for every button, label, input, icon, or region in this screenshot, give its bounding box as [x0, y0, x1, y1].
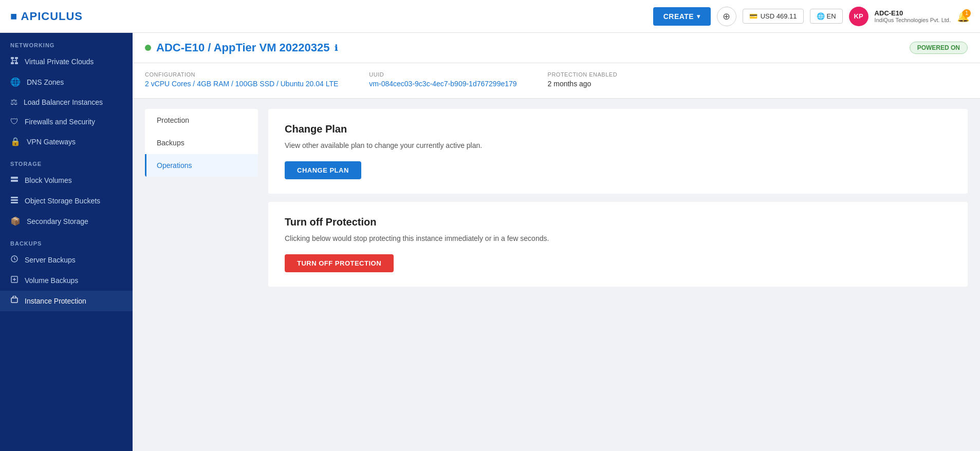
sidebar-item-vpn[interactable]: 🔒 VPN Gateways: [0, 131, 133, 152]
protection-meta: PROTECTION ENABLED 2 months ago: [548, 71, 618, 88]
notification-badge: 1: [963, 9, 971, 17]
change-plan-desc: View other available plan to change your…: [285, 140, 951, 151]
sidebar-item-fw-label: Firewalls and Security: [25, 118, 95, 126]
volume-backup-icon: [10, 275, 19, 286]
svg-rect-2: [11, 62, 14, 64]
header-actions: CREATE ▾ ⊕ 💳 USD 469.11 🌐 EN KP ADC-E10 …: [653, 7, 970, 26]
turn-off-title: Turn off Protection: [285, 216, 951, 228]
lang-label: EN: [827, 12, 836, 20]
meta-bar: CONFIGURATION 2 vCPU Cores / 4GB RAM / 1…: [133, 63, 980, 99]
change-plan-title: Change Plan: [285, 123, 951, 135]
svg-rect-8: [11, 180, 18, 182]
fw-icon: 🛡: [10, 117, 19, 126]
main-content: ADC-E10 / AppTier VM 20220325 ℹ POWERED …: [133, 33, 980, 451]
sidebar-item-vpn-label: VPN Gateways: [27, 138, 76, 146]
block-icon: [10, 175, 19, 185]
vpc-icon: [10, 57, 19, 67]
backups-section-label: BACKUPS: [0, 231, 133, 250]
storage-section-label: STORAGE: [0, 152, 133, 170]
left-nav: Protection Backups Operations: [145, 109, 258, 177]
svg-rect-7: [11, 177, 18, 179]
help-icon: ⊕: [723, 11, 730, 22]
uuid-value: vm-084cec03-9c3c-4ec7-b909-1d767299e179: [369, 80, 516, 88]
sidebar-item-instance-protection[interactable]: Instance Protection: [0, 291, 133, 311]
sidebar-item-block-label: Block Volumes: [25, 176, 72, 184]
config-meta: CONFIGURATION 2 vCPU Cores / 4GB RAM / 1…: [145, 71, 338, 88]
instance-protection-icon: [10, 296, 19, 306]
user-name: ADC-E10: [875, 9, 951, 17]
user-info: ADC-E10 IndiQus Technologies Pvt. Ltd.: [875, 9, 951, 23]
change-plan-button[interactable]: CHANGE PLAN: [285, 161, 361, 179]
logo-area: ■ APICULUS: [10, 10, 83, 23]
svg-rect-9: [11, 197, 18, 198]
translate-icon: 🌐: [817, 12, 825, 20]
svg-rect-0: [11, 57, 14, 59]
wallet-icon: 💳: [749, 12, 757, 20]
secondary-icon: 📦: [10, 216, 21, 226]
user-org: IndiQus Technologies Pvt. Ltd.: [875, 17, 951, 23]
sidebar-item-secondary-label: Secondary Storage: [27, 217, 88, 226]
config-label: CONFIGURATION: [145, 71, 338, 78]
nav-backups-label: Backups: [157, 139, 184, 147]
top-header: ■ APICULUS CREATE ▾ ⊕ 💳 USD 469.11 🌐 EN …: [0, 0, 980, 33]
svg-rect-14: [11, 298, 17, 303]
app-layout: NETWORKING Virtual Private Clouds 🌐 DNS …: [0, 33, 980, 451]
chevron-down-icon: ▾: [697, 13, 700, 20]
sidebar-item-object[interactable]: Object Storage Buckets: [0, 191, 133, 211]
content-area: Protection Backups Operations Change Pla…: [133, 99, 980, 297]
create-label: CREATE: [663, 12, 694, 21]
sidebar-item-vpc-label: Virtual Private Clouds: [25, 58, 94, 66]
server-backup-icon: [10, 255, 19, 265]
nav-item-protection[interactable]: Protection: [145, 109, 258, 131]
svg-rect-11: [11, 202, 18, 203]
sidebar-item-lb-label: Load Balancer Instances: [24, 98, 103, 106]
sidebar-item-block[interactable]: Block Volumes: [0, 170, 133, 191]
lb-icon: ⚖: [10, 97, 17, 107]
sidebar-item-secondary[interactable]: 📦 Secondary Storage: [0, 211, 133, 231]
powered-on-badge: POWERED ON: [910, 42, 968, 54]
info-icon: ℹ: [335, 43, 338, 53]
user-avatar[interactable]: KP: [849, 7, 868, 26]
page-header: ADC-E10 / AppTier VM 20220325 ℹ POWERED …: [133, 33, 980, 63]
turn-off-protection-button[interactable]: TURN OFF PROTECTION: [285, 254, 394, 272]
sidebar-item-instance-protection-label: Instance Protection: [25, 297, 86, 305]
protection-label: PROTECTION ENABLED: [548, 71, 618, 78]
sidebar-item-server-backups[interactable]: Server Backups: [0, 250, 133, 270]
nav-operations-label: Operations: [157, 161, 192, 170]
svg-rect-1: [15, 57, 18, 59]
sidebar-item-vpc[interactable]: Virtual Private Clouds: [0, 51, 133, 72]
page-title: ADC-E10 / AppTier VM 20220325: [156, 41, 329, 54]
uuid-label: UUID: [369, 71, 516, 78]
nav-item-operations[interactable]: Operations: [145, 154, 258, 177]
currency-button[interactable]: 💳 USD 469.11: [743, 9, 804, 24]
sidebar-item-server-backups-label: Server Backups: [25, 256, 76, 264]
notification-button[interactable]: 🔔 1: [957, 10, 970, 23]
uuid-meta: UUID vm-084cec03-9c3c-4ec7-b909-1d767299…: [369, 71, 516, 88]
svg-rect-10: [11, 199, 18, 201]
sidebar-item-volume-backups[interactable]: Volume Backups: [0, 270, 133, 291]
help-icon-button[interactable]: ⊕: [717, 7, 736, 26]
change-plan-card: Change Plan View other available plan to…: [268, 109, 968, 194]
config-value: 2 vCPU Cores / 4GB RAM / 100GB SSD / Ubu…: [145, 80, 338, 88]
svg-rect-3: [15, 62, 18, 64]
language-button[interactable]: 🌐 EN: [810, 9, 843, 24]
nav-item-backups[interactable]: Backups: [145, 131, 258, 154]
create-button[interactable]: CREATE ▾: [653, 7, 711, 26]
app-logo: ■ APICULUS: [10, 10, 83, 23]
sidebar-item-object-label: Object Storage Buckets: [25, 197, 100, 205]
object-icon: [10, 196, 19, 206]
status-dot: [145, 45, 151, 51]
sidebar-item-dns[interactable]: 🌐 DNS Zones: [0, 72, 133, 92]
networking-section-label: NETWORKING: [0, 33, 133, 51]
sidebar-item-fw[interactable]: 🛡 Firewalls and Security: [0, 112, 133, 131]
sidebar: NETWORKING Virtual Private Clouds 🌐 DNS …: [0, 33, 133, 451]
currency-value: USD 469.11: [761, 12, 797, 20]
sidebar-item-dns-label: DNS Zones: [27, 78, 64, 86]
nav-protection-label: Protection: [157, 116, 189, 124]
sidebar-item-volume-backups-label: Volume Backups: [25, 276, 78, 285]
sidebar-item-lb[interactable]: ⚖ Load Balancer Instances: [0, 92, 133, 112]
turn-off-protection-card: Turn off Protection Clicking below would…: [268, 202, 968, 287]
vpn-icon: 🔒: [10, 137, 21, 146]
turn-off-desc: Clicking below would stop protecting thi…: [285, 233, 951, 244]
right-content: Change Plan View other available plan to…: [268, 109, 968, 287]
